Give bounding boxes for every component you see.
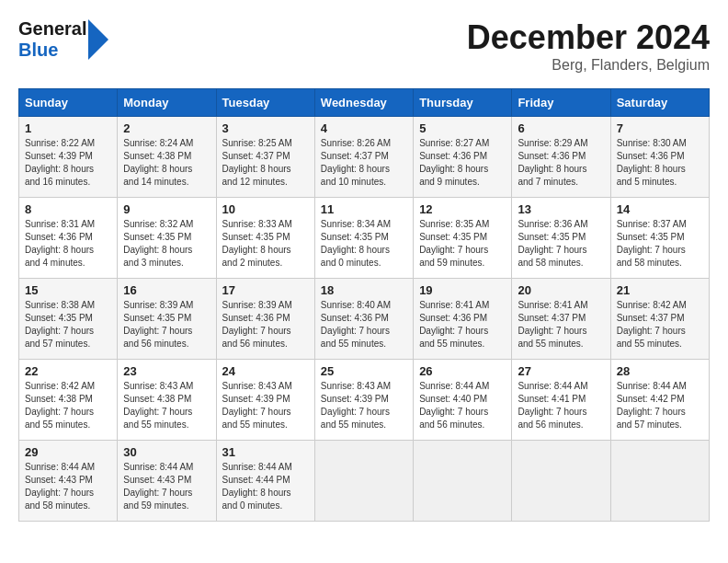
calendar-cell xyxy=(610,441,709,522)
day-info: Sunrise: 8:33 AM Sunset: 4:35 PM Dayligh… xyxy=(222,218,309,270)
calendar-week-row: 8Sunrise: 8:31 AM Sunset: 4:36 PM Daylig… xyxy=(19,198,710,279)
weekday-header-monday: Monday xyxy=(118,89,216,117)
calendar-cell: 5Sunrise: 8:27 AM Sunset: 4:36 PM Daylig… xyxy=(414,117,512,198)
calendar-cell xyxy=(314,441,413,522)
day-number: 2 xyxy=(123,121,210,135)
day-number: 7 xyxy=(617,121,703,135)
day-info: Sunrise: 8:27 AM Sunset: 4:36 PM Dayligh… xyxy=(419,137,506,189)
calendar-cell: 12Sunrise: 8:35 AM Sunset: 4:35 PM Dayli… xyxy=(414,198,512,279)
day-info: Sunrise: 8:37 AM Sunset: 4:35 PM Dayligh… xyxy=(617,218,703,270)
day-info: Sunrise: 8:42 AM Sunset: 4:38 PM Dayligh… xyxy=(25,380,111,431)
logo-arrow-icon xyxy=(88,19,108,60)
calendar-cell: 4Sunrise: 8:26 AM Sunset: 4:37 PM Daylig… xyxy=(314,117,413,198)
day-info: Sunrise: 8:24 AM Sunset: 4:38 PM Dayligh… xyxy=(123,137,210,189)
weekday-header-sunday: Sunday xyxy=(19,89,118,117)
day-info: Sunrise: 8:39 AM Sunset: 4:35 PM Dayligh… xyxy=(123,299,210,350)
day-number: 5 xyxy=(419,121,506,135)
day-info: Sunrise: 8:42 AM Sunset: 4:37 PM Dayligh… xyxy=(617,299,703,350)
day-info: Sunrise: 8:25 AM Sunset: 4:37 PM Dayligh… xyxy=(222,137,309,189)
month-title: December 2024 xyxy=(467,18,710,57)
page-header: General Blue December 2024 Berg, Flander… xyxy=(18,18,710,74)
calendar-week-row: 22Sunrise: 8:42 AM Sunset: 4:38 PM Dayli… xyxy=(19,360,710,441)
day-info: Sunrise: 8:35 AM Sunset: 4:35 PM Dayligh… xyxy=(419,218,506,270)
calendar-cell: 28Sunrise: 8:44 AM Sunset: 4:42 PM Dayli… xyxy=(610,360,709,441)
location: Berg, Flanders, Belgium xyxy=(467,57,710,74)
calendar-cell: 18Sunrise: 8:40 AM Sunset: 4:36 PM Dayli… xyxy=(314,279,413,360)
calendar-cell: 26Sunrise: 8:44 AM Sunset: 4:40 PM Dayli… xyxy=(414,360,512,441)
day-number: 17 xyxy=(222,283,309,297)
day-info: Sunrise: 8:30 AM Sunset: 4:36 PM Dayligh… xyxy=(617,137,703,189)
title-block: December 2024 Berg, Flanders, Belgium xyxy=(467,18,710,74)
calendar-cell: 27Sunrise: 8:44 AM Sunset: 4:41 PM Dayli… xyxy=(512,360,610,441)
day-info: Sunrise: 8:41 AM Sunset: 4:37 PM Dayligh… xyxy=(518,299,604,350)
day-info: Sunrise: 8:44 AM Sunset: 4:41 PM Dayligh… xyxy=(518,380,604,431)
day-info: Sunrise: 8:41 AM Sunset: 4:36 PM Dayligh… xyxy=(419,299,506,350)
day-info: Sunrise: 8:22 AM Sunset: 4:39 PM Dayligh… xyxy=(25,137,111,189)
weekday-header-row: SundayMondayTuesdayWednesdayThursdayFrid… xyxy=(19,89,710,117)
calendar-cell: 16Sunrise: 8:39 AM Sunset: 4:35 PM Dayli… xyxy=(118,279,216,360)
calendar-cell xyxy=(512,441,610,522)
day-number: 25 xyxy=(321,364,407,378)
svg-marker-0 xyxy=(88,19,108,60)
day-number: 3 xyxy=(222,121,309,135)
calendar-week-row: 29Sunrise: 8:44 AM Sunset: 4:43 PM Dayli… xyxy=(19,441,710,522)
day-number: 14 xyxy=(617,202,703,216)
day-number: 15 xyxy=(25,283,111,297)
day-info: Sunrise: 8:44 AM Sunset: 4:42 PM Dayligh… xyxy=(617,380,703,431)
day-number: 30 xyxy=(123,445,210,459)
logo-container: General Blue xyxy=(18,18,108,61)
weekday-header-tuesday: Tuesday xyxy=(216,89,314,117)
calendar-table: SundayMondayTuesdayWednesdayThursdayFrid… xyxy=(18,88,710,522)
day-info: Sunrise: 8:32 AM Sunset: 4:35 PM Dayligh… xyxy=(123,218,210,270)
day-number: 26 xyxy=(419,364,506,378)
day-number: 22 xyxy=(25,364,111,378)
day-number: 11 xyxy=(321,202,407,216)
day-info: Sunrise: 8:44 AM Sunset: 4:40 PM Dayligh… xyxy=(419,380,506,431)
day-number: 10 xyxy=(222,202,309,216)
logo-text: General Blue xyxy=(18,18,86,61)
day-info: Sunrise: 8:43 AM Sunset: 4:39 PM Dayligh… xyxy=(222,380,309,431)
day-info: Sunrise: 8:38 AM Sunset: 4:35 PM Dayligh… xyxy=(25,299,111,350)
day-number: 29 xyxy=(25,445,111,459)
day-info: Sunrise: 8:26 AM Sunset: 4:37 PM Dayligh… xyxy=(321,137,407,189)
calendar-cell xyxy=(414,441,512,522)
calendar-cell: 23Sunrise: 8:43 AM Sunset: 4:38 PM Dayli… xyxy=(118,360,216,441)
day-number: 8 xyxy=(25,202,111,216)
calendar-cell: 30Sunrise: 8:44 AM Sunset: 4:43 PM Dayli… xyxy=(118,441,216,522)
weekday-header-wednesday: Wednesday xyxy=(314,89,413,117)
day-info: Sunrise: 8:29 AM Sunset: 4:36 PM Dayligh… xyxy=(518,137,604,189)
calendar-cell: 2Sunrise: 8:24 AM Sunset: 4:38 PM Daylig… xyxy=(118,117,216,198)
day-number: 31 xyxy=(222,445,309,459)
calendar-cell: 6Sunrise: 8:29 AM Sunset: 4:36 PM Daylig… xyxy=(512,117,610,198)
weekday-header-thursday: Thursday xyxy=(414,89,512,117)
calendar-cell: 15Sunrise: 8:38 AM Sunset: 4:35 PM Dayli… xyxy=(19,279,118,360)
calendar-cell: 13Sunrise: 8:36 AM Sunset: 4:35 PM Dayli… xyxy=(512,198,610,279)
calendar-cell: 9Sunrise: 8:32 AM Sunset: 4:35 PM Daylig… xyxy=(118,198,216,279)
weekday-header-friday: Friday xyxy=(512,89,610,117)
day-info: Sunrise: 8:39 AM Sunset: 4:36 PM Dayligh… xyxy=(222,299,309,350)
day-number: 4 xyxy=(321,121,407,135)
day-info: Sunrise: 8:31 AM Sunset: 4:36 PM Dayligh… xyxy=(25,218,111,270)
day-info: Sunrise: 8:43 AM Sunset: 4:39 PM Dayligh… xyxy=(321,380,407,431)
calendar-cell: 20Sunrise: 8:41 AM Sunset: 4:37 PM Dayli… xyxy=(512,279,610,360)
calendar-cell: 3Sunrise: 8:25 AM Sunset: 4:37 PM Daylig… xyxy=(216,117,314,198)
day-number: 24 xyxy=(222,364,309,378)
calendar-cell: 10Sunrise: 8:33 AM Sunset: 4:35 PM Dayli… xyxy=(216,198,314,279)
day-info: Sunrise: 8:43 AM Sunset: 4:38 PM Dayligh… xyxy=(123,380,210,431)
day-number: 12 xyxy=(419,202,506,216)
day-info: Sunrise: 8:44 AM Sunset: 4:43 PM Dayligh… xyxy=(123,461,210,512)
day-number: 18 xyxy=(321,283,407,297)
calendar-cell: 24Sunrise: 8:43 AM Sunset: 4:39 PM Dayli… xyxy=(216,360,314,441)
day-number: 27 xyxy=(518,364,604,378)
day-number: 1 xyxy=(25,121,111,135)
calendar-cell: 14Sunrise: 8:37 AM Sunset: 4:35 PM Dayli… xyxy=(610,198,709,279)
day-number: 19 xyxy=(419,283,506,297)
calendar-cell: 19Sunrise: 8:41 AM Sunset: 4:36 PM Dayli… xyxy=(414,279,512,360)
day-number: 20 xyxy=(518,283,604,297)
day-info: Sunrise: 8:44 AM Sunset: 4:44 PM Dayligh… xyxy=(222,461,309,512)
day-number: 6 xyxy=(518,121,604,135)
day-number: 23 xyxy=(123,364,210,378)
calendar-cell: 21Sunrise: 8:42 AM Sunset: 4:37 PM Dayli… xyxy=(610,279,709,360)
calendar-cell: 7Sunrise: 8:30 AM Sunset: 4:36 PM Daylig… xyxy=(610,117,709,198)
day-number: 16 xyxy=(123,283,210,297)
